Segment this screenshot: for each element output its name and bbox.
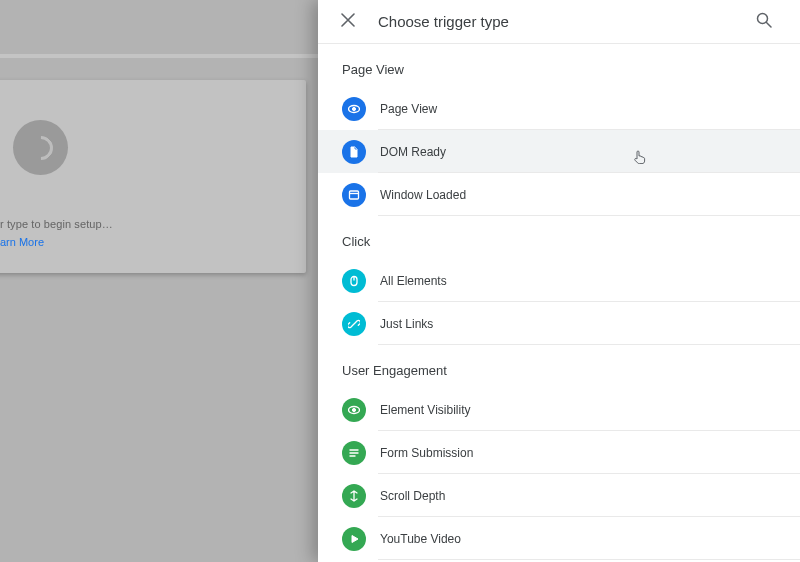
trigger-type-scroll-depth[interactable]: Scroll Depth: [318, 474, 800, 517]
mouse-icon: [342, 269, 366, 293]
trigger-type-just-links[interactable]: Just Links: [318, 302, 800, 345]
trigger-type-label: Element Visibility: [380, 403, 470, 417]
trigger-type-label: Page View: [380, 102, 437, 116]
choose-trigger-panel: Choose trigger type Page ViewPage ViewDO…: [318, 0, 800, 562]
trigger-type-label: Scroll Depth: [380, 489, 445, 503]
trigger-type-element-visibility[interactable]: Element Visibility: [318, 388, 800, 431]
svg-rect-3: [350, 191, 359, 199]
scroll-icon: [342, 484, 366, 508]
link-icon: [342, 312, 366, 336]
form-icon: [342, 441, 366, 465]
section-heading: User Engagement: [318, 363, 800, 388]
section-heading: Click: [318, 234, 800, 259]
eye-icon: [342, 398, 366, 422]
window-icon: [342, 183, 366, 207]
eye-icon: [342, 97, 366, 121]
trigger-type-label: Form Submission: [380, 446, 473, 460]
trigger-type-youtube-video[interactable]: YouTube Video: [318, 517, 800, 560]
trigger-type-label: Just Links: [380, 317, 433, 331]
svg-point-6: [352, 408, 355, 411]
panel-title: Choose trigger type: [378, 13, 509, 30]
learn-more-link[interactable]: arn More: [0, 236, 44, 248]
doc-icon: [342, 140, 366, 164]
panel-body: Page ViewPage ViewDOM ReadyWindow Loaded…: [318, 44, 800, 562]
search-button[interactable]: [748, 6, 780, 38]
trigger-type-dom-ready[interactable]: DOM Ready: [318, 130, 800, 173]
trigger-type-page-view[interactable]: Page View: [318, 87, 800, 130]
trigger-type-label: DOM Ready: [380, 145, 446, 159]
setup-hint-text: r type to begin setup…: [0, 218, 113, 230]
close-icon: [341, 13, 355, 30]
trigger-type-label: Window Loaded: [380, 188, 466, 202]
play-icon: [342, 527, 366, 551]
trigger-placeholder-icon: [13, 120, 68, 175]
close-button[interactable]: [332, 6, 364, 38]
trigger-type-label: YouTube Video: [380, 532, 461, 546]
trigger-type-form-submission[interactable]: Form Submission: [318, 431, 800, 474]
trigger-type-label: All Elements: [380, 274, 447, 288]
svg-point-2: [352, 107, 355, 110]
section-heading: Page View: [318, 62, 800, 87]
search-icon: [756, 12, 772, 31]
trigger-config-card: [0, 80, 306, 273]
trigger-type-all-elements[interactable]: All Elements: [318, 259, 800, 302]
panel-header: Choose trigger type: [318, 0, 800, 44]
trigger-type-window-loaded[interactable]: Window Loaded: [318, 173, 800, 216]
